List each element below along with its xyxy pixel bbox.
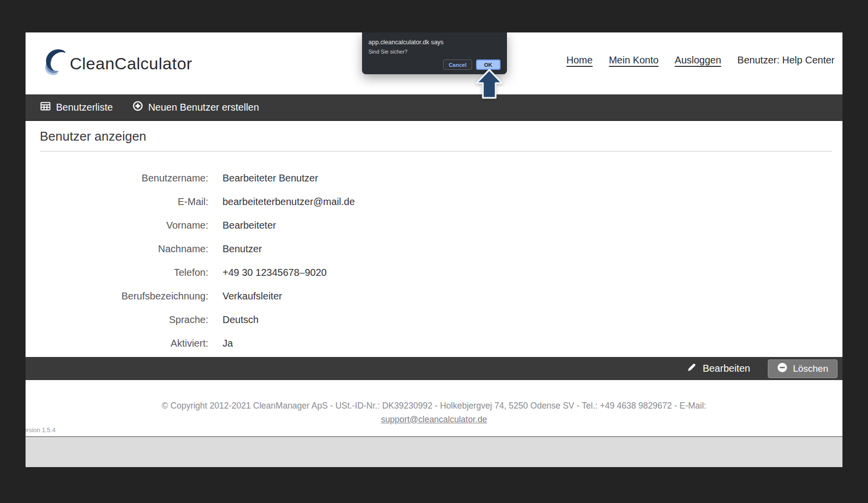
action-bar: Bearbeiten Löschen xyxy=(26,357,842,380)
field-label: Berufsbezeichnung: xyxy=(40,291,208,302)
toolbar-item-benutzerliste[interactable]: Benutzerliste xyxy=(40,102,113,113)
field-label: Vorname: xyxy=(40,220,208,231)
field-value: Bearbeiteter Benutzer xyxy=(223,173,318,184)
field-row-nachname: Nachname: Benutzer xyxy=(40,237,355,261)
nav-link-mein-konto[interactable]: Mein Konto xyxy=(609,55,658,66)
edit-button[interactable]: Bearbeiten xyxy=(687,362,750,375)
field-label: Sprache: xyxy=(40,314,208,325)
field-value: +49 30 12345678–9020 xyxy=(223,267,327,278)
arrow-up-icon xyxy=(475,68,504,102)
field-row-berufsbezeichnung: Berufsbezeichnung: Verkaufsleiter xyxy=(40,284,355,308)
wave-logo-icon xyxy=(43,48,67,79)
field-value: bearbeiteterbenutzer@mail.de xyxy=(223,196,355,207)
support-email-link[interactable]: support@cleancalculator.de xyxy=(381,414,487,425)
top-nav: Home Mein Konto Ausloggen Benutzer: Help… xyxy=(566,32,835,88)
delete-button[interactable]: Löschen xyxy=(768,359,838,378)
toolbar-item-neuen-benutzer-erstellen[interactable]: Neuen Benutzer erstellen xyxy=(133,101,259,114)
version-label: Version 1.5.4 xyxy=(20,427,56,434)
field-label: E-Mail: xyxy=(40,196,208,207)
minus-circle-icon xyxy=(777,362,787,375)
field-label: Benutzername: xyxy=(40,173,208,184)
app-page: CleanCalculator Home Mein Konto Auslogge… xyxy=(26,32,842,436)
field-value: Benutzer xyxy=(223,243,262,255)
user-detail-fields: Benutzername: Bearbeiteter Benutzer E-Ma… xyxy=(40,166,355,355)
brand-name: CleanCalculator xyxy=(70,54,192,73)
table-icon xyxy=(40,102,51,113)
toolbar-item-label: Benutzerliste xyxy=(56,102,113,113)
field-value: Verkaufsleiter xyxy=(223,291,282,302)
plus-circle-icon xyxy=(133,101,143,114)
nav-link-home[interactable]: Home xyxy=(566,55,592,66)
field-row-email: E-Mail: bearbeiteterbenutzer@mail.de xyxy=(40,190,355,213)
nav-link-ausloggen[interactable]: Ausloggen xyxy=(675,55,722,66)
bottom-strip xyxy=(26,436,842,467)
field-row-aktiviert: Aktiviert: Ja xyxy=(40,331,355,355)
page-title: Benutzer anzeigen xyxy=(40,129,832,151)
field-label: Nachname: xyxy=(40,243,208,255)
field-value: Ja xyxy=(223,338,233,349)
field-label: Aktiviert: xyxy=(40,338,208,349)
user-status-label: Benutzer: Help Center xyxy=(737,55,835,66)
dialog-title: app.cleancalculator.dk says xyxy=(368,39,444,46)
toolbar: Benutzerliste Neuen Benutzer erstellen xyxy=(26,94,842,121)
field-row-vorname: Vorname: Bearbeiteter xyxy=(40,213,355,237)
copyright-text: © Copyright 2012-2021 CleanManager ApS -… xyxy=(26,401,842,411)
edit-button-label: Bearbeiten xyxy=(702,363,750,374)
field-label: Telefon: xyxy=(40,267,208,278)
delete-button-label: Löschen xyxy=(793,363,828,374)
dialog-message: Sind Sie sicher? xyxy=(368,49,408,55)
field-row-telefon: Telefon: +49 30 12345678–9020 xyxy=(40,261,355,284)
field-row-benutzername: Benutzername: Bearbeiteter Benutzer xyxy=(40,166,355,190)
field-value: Bearbeiteter xyxy=(223,220,276,231)
toolbar-item-label: Neuen Benutzer erstellen xyxy=(148,102,259,113)
brand-link[interactable]: CleanCalculator xyxy=(43,48,192,79)
dialog-cancel-button[interactable]: Cancel xyxy=(443,59,472,70)
field-row-sprache: Sprache: Deutsch xyxy=(40,308,355,331)
field-value: Deutsch xyxy=(223,314,258,325)
page-footer: © Copyright 2012-2021 CleanManager ApS -… xyxy=(26,380,842,425)
pencil-icon xyxy=(687,362,697,375)
